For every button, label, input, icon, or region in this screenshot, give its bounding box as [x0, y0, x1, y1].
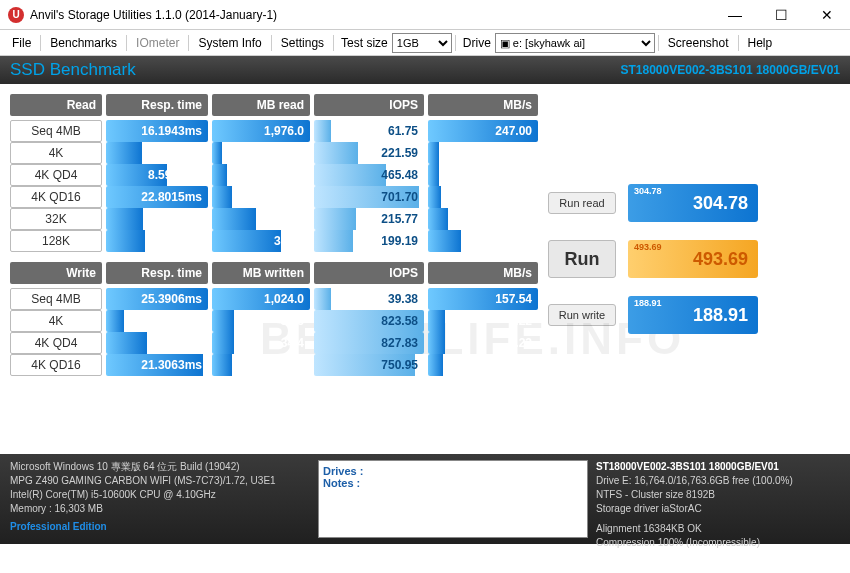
mb-cell: 1,976.0	[212, 120, 310, 142]
mb-cell: 34.5	[212, 310, 310, 332]
run-button[interactable]: Run	[548, 240, 616, 278]
mbs-cell: 3.22	[428, 310, 538, 332]
mbs-cell: 2.93	[428, 354, 538, 376]
row-label: 4K QD4	[10, 332, 102, 354]
iops-cell: 215.77	[314, 208, 424, 230]
header-iops: IOPS	[314, 94, 424, 116]
write-row: 4K1.2142ms34.5823.583.22	[10, 310, 538, 332]
footer: Microsoft Windows 10 專業版 64 位元 Build (19…	[0, 454, 850, 544]
drive-select[interactable]: ▣ e: [skyhawk ai]	[495, 33, 655, 53]
menu-benchmarks[interactable]: Benchmarks	[44, 33, 123, 53]
mbs-cell: 3.23	[428, 332, 538, 354]
drive-info-panel: ST18000VE002-3BS101 18000GB/EV01 Drive E…	[596, 460, 840, 538]
mbs-cell: 24.90	[428, 230, 538, 252]
row-label: 4K QD4	[10, 164, 102, 186]
window-title: Anvil's Storage Utilities 1.1.0 (2014-Ja…	[30, 8, 277, 22]
read-header-row: Read Resp. time MB read IOPS MB/s	[10, 94, 538, 116]
header-resp: Resp. time	[106, 94, 208, 116]
mbs-cell: 247.00	[428, 120, 538, 142]
row-label: 4K	[10, 142, 102, 164]
run-read-button[interactable]: Run read	[548, 192, 616, 214]
menu-settings[interactable]: Settings	[275, 33, 330, 53]
menu-screenshot[interactable]: Screenshot	[662, 33, 735, 53]
mb-cell: 34.4	[212, 332, 310, 354]
iops-cell: 61.75	[314, 120, 424, 142]
main-area: BENCHLIFE.INFO Read Resp. time MB read I…	[0, 84, 850, 544]
mbs-cell: 6.74	[428, 208, 538, 230]
minimize-button[interactable]: —	[712, 0, 758, 30]
test-size-select[interactable]: 1GB	[392, 33, 452, 53]
iops-cell: 823.58	[314, 310, 424, 332]
header-read: Read	[10, 94, 102, 116]
resp-time-cell: 4.8319ms	[106, 332, 208, 354]
notes-panel[interactable]: Drives : Notes :	[318, 460, 588, 538]
maximize-button[interactable]: ☐	[758, 0, 804, 30]
row-label: 32K	[10, 208, 102, 230]
header-wiops: IOPS	[314, 262, 424, 284]
row-label: 4K QD16	[10, 186, 102, 208]
drive-model-header: ST18000VE002-3BS101 18000GB/EV01	[621, 63, 841, 77]
iops-cell: 465.48	[314, 164, 424, 186]
mb-cell: 1,024.0	[212, 288, 310, 310]
score-column: Run read 304.78 304.78 Run 493.69 493.69…	[548, 94, 840, 376]
iops-cell: 701.70	[314, 186, 424, 208]
mb-cell: 10.8	[212, 142, 310, 164]
iops-cell: 199.19	[314, 230, 424, 252]
drive-label: Drive	[463, 36, 491, 50]
menu-iometer[interactable]: IOmeter	[130, 33, 185, 53]
read-row: 4K QD1622.8015ms34.3701.702.74	[10, 186, 538, 208]
titlebar: U Anvil's Storage Utilities 1.1.0 (2014-…	[0, 0, 850, 30]
resp-time-cell: 1.2142ms	[106, 310, 208, 332]
row-label: 4K QD16	[10, 354, 102, 376]
mbs-cell: 2.74	[428, 186, 538, 208]
row-label: 128K	[10, 230, 102, 252]
row-label: Seq 4MB	[10, 288, 102, 310]
write-row: 4K QD44.8319ms34.4827.833.23	[10, 332, 538, 354]
read-row: 4K QD48.5932ms22.8465.481.82	[10, 164, 538, 186]
mbs-cell: 0.87	[428, 142, 538, 164]
write-score-box: 188.91 188.91	[628, 296, 758, 334]
menu-help[interactable]: Help	[742, 33, 779, 53]
write-row: 4K QD1621.3063ms31.3750.952.93	[10, 354, 538, 376]
test-size-label: Test size	[341, 36, 388, 50]
header-wresp: Resp. time	[106, 262, 208, 284]
mb-cell: 101.3	[212, 208, 310, 230]
menubar: File Benchmarks IOmeter System Info Sett…	[0, 30, 850, 56]
resp-time-cell: 5.0204ms	[106, 230, 208, 252]
header-strip: SSD Benchmark ST18000VE002-3BS101 18000G…	[0, 56, 850, 84]
close-button[interactable]: ✕	[804, 0, 850, 30]
resp-time-cell: 22.8015ms	[106, 186, 208, 208]
mbs-cell: 1.82	[428, 164, 538, 186]
header-write: Write	[10, 262, 102, 284]
read-score-box: 304.78 304.78	[628, 184, 758, 222]
iops-cell: 39.38	[314, 288, 424, 310]
resp-time-cell: 21.3063ms	[106, 354, 208, 376]
menu-file[interactable]: File	[6, 33, 37, 53]
system-info-panel: Microsoft Windows 10 專業版 64 位元 Build (19…	[10, 460, 310, 538]
menu-system-info[interactable]: System Info	[192, 33, 267, 53]
header-mbs: MB/s	[428, 94, 538, 116]
resp-time-cell: 25.3906ms	[106, 288, 208, 310]
mb-cell: 34.3	[212, 186, 310, 208]
resp-time-cell: 4.5128ms	[106, 142, 208, 164]
resp-time-cell: 16.1943ms	[106, 120, 208, 142]
header-wmbs: MB/s	[428, 262, 538, 284]
run-write-button[interactable]: Run write	[548, 304, 616, 326]
edition-label: Professional Edition	[10, 520, 310, 534]
write-row: Seq 4MB25.3906ms1,024.039.38157.54	[10, 288, 538, 310]
mb-cell: 373.9	[212, 230, 310, 252]
write-header-row: Write Resp. time MB written IOPS MB/s	[10, 262, 538, 284]
read-row: Seq 4MB16.1943ms1,976.061.75247.00	[10, 120, 538, 142]
iops-cell: 221.59	[314, 142, 424, 164]
resp-time-cell: 8.5932ms	[106, 164, 208, 186]
resp-time-cell: 4.6346ms	[106, 208, 208, 230]
mbs-cell: 157.54	[428, 288, 538, 310]
iops-cell: 750.95	[314, 354, 424, 376]
read-row: 4K4.5128ms10.8221.590.87	[10, 142, 538, 164]
page-title: SSD Benchmark	[10, 60, 136, 80]
read-row: 128K5.0204ms373.9199.1924.90	[10, 230, 538, 252]
row-label: 4K	[10, 310, 102, 332]
read-row: 32K4.6346ms101.3215.776.74	[10, 208, 538, 230]
header-mbwritten: MB written	[212, 262, 310, 284]
mb-cell: 31.3	[212, 354, 310, 376]
